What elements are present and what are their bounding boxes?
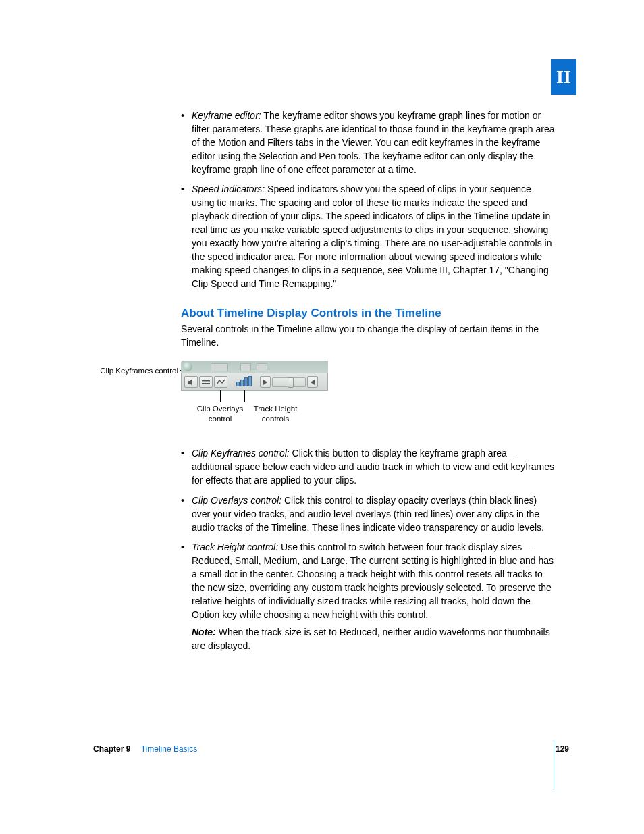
list-term: Speed indicators: [192,184,265,194]
clip-keyframes-icon [199,376,213,388]
callout-line [220,390,221,402]
callout-track-height: Track Height controls [247,404,304,423]
list-item: Speed indicators: Speed indicators show … [181,183,556,290]
scroll-left-icon [307,376,318,388]
note-text: When the track size is set to Reduced, n… [192,627,550,651]
ui-top-bar [181,361,328,373]
track-height-control-icon [232,376,256,386]
footer-chapter-title: Timeline Basics [141,744,198,754]
section-marker: II [551,59,576,95]
section-intro: Several controls in the Timeline allow y… [181,323,556,350]
svg-rect-0 [202,380,210,382]
svg-rect-1 [202,383,210,384]
top-bullet-list: Keyframe editor: The keyframe editor sho… [181,109,556,290]
list-item: Track Height control: Use this control t… [181,541,556,652]
list-term: Track Height control: [192,542,278,552]
list-term: Clip Overlays control: [192,495,281,506]
list-text: Speed indicators show you the speed of c… [192,184,552,288]
page-footer: Chapter 9 Timeline Basics 129 [93,744,569,754]
list-item: Clip Keyframes control: Click this butto… [181,447,556,488]
callout-line [244,390,245,402]
callout-clip-overlays: Clip Overlays control [192,404,248,423]
main-content: Keyframe editor: The keyframe editor sho… [181,109,556,659]
ui-bottom-bar [181,373,328,391]
bottom-bullet-list: Clip Keyframes control: Click this butto… [181,447,556,652]
footer-page-number: 129 [556,744,569,754]
footer-rule [554,741,554,790]
zoom-slider-icon [272,377,306,387]
callout-clip-keyframes: Clip Keyframes control [84,366,178,375]
timeline-controls-ui [181,361,328,390]
clip-overlays-icon [214,376,227,388]
list-term: Clip Keyframes control: [192,448,290,459]
document-page: II Keyframe editor: The keyframe editor … [0,0,644,834]
audio-toggle-icon [184,376,198,388]
timeline-controls-figure: Clip Keyframes control [124,361,500,434]
list-item: Keyframe editor: The keyframe editor sho… [181,109,556,176]
playhead-button-icon [260,376,271,388]
footer-chapter: Chapter 9 [93,744,130,754]
rt-circle-icon [183,362,192,371]
note-paragraph: Note: When the track size is set to Redu… [192,626,556,653]
list-term: Keyframe editor: [192,110,261,121]
list-item: Clip Overlays control: Click this contro… [181,494,556,535]
list-text: Use this control to switch between four … [192,542,554,619]
note-label: Note: [192,627,216,637]
section-heading: About Timeline Display Controls in the T… [181,307,556,320]
